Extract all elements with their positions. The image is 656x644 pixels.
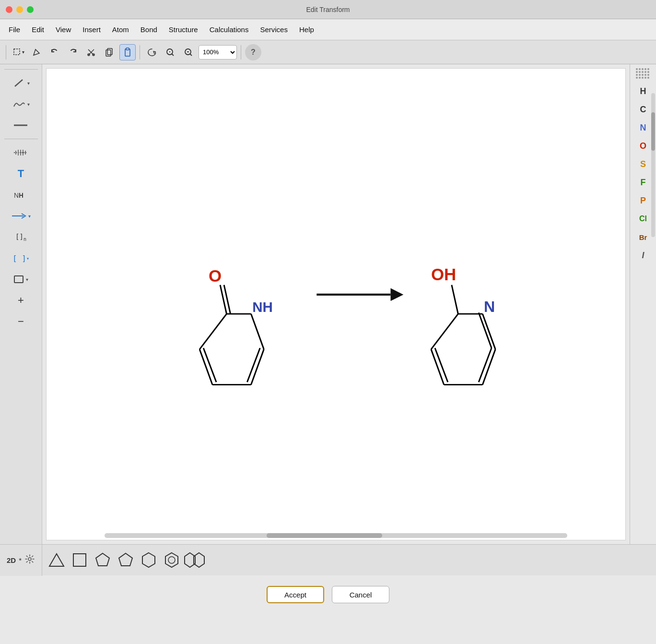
left-toolbar-separator-1 [4,139,38,139]
toolbar-separator-1 [140,45,140,60]
left-drawing-toolbar: ▾ ▾ T [0,64,42,544]
menu-help[interactable]: Help [294,24,319,36]
minimize-button[interactable] [16,6,23,13]
menu-services[interactable]: Services [255,24,293,36]
close-button[interactable] [6,6,12,13]
copy-button[interactable] [101,44,117,60]
svg-line-44 [431,314,458,349]
select-tool-button[interactable]: ▾ [10,44,26,60]
dashed-line-tool-button[interactable] [7,144,35,161]
svg-line-50 [482,314,495,349]
right-element-panel: H C N O S F P Cl Br I [630,64,656,544]
arrow-tool-button[interactable]: ▾ [7,207,35,225]
flat-bracket-tool-button[interactable] [7,117,35,134]
svg-marker-60 [119,553,132,566]
svg-line-16 [15,80,23,86]
double-ring-shape-button[interactable] [184,549,205,571]
pentagon-shape-button[interactable] [115,549,136,571]
erase-tool-button[interactable] [28,44,45,60]
bond-line-tool-button[interactable]: ▾ [7,74,35,92]
lasso-button[interactable] [144,44,160,60]
element-iodine[interactable]: I [633,247,653,264]
menu-view[interactable]: View [51,24,76,36]
atom-map-tool-button[interactable]: N [7,186,35,203]
svg-line-51 [479,312,492,348]
svg-rect-29 [14,276,23,283]
hexagon-shape-button[interactable] [138,549,159,571]
wave-bond-tool-button[interactable]: ▾ [7,95,35,113]
undo-button[interactable] [47,44,63,60]
menu-file[interactable]: File [4,24,25,36]
svg-line-15 [190,54,192,56]
shape-tool-button[interactable]: ▾ [7,271,35,288]
paste-button[interactable] [119,44,136,60]
element-hydrogen[interactable]: H [633,83,653,100]
element-oxygen[interactable]: O [633,137,653,155]
element-nitrogen[interactable]: N [633,119,653,136]
plus-tool-button[interactable]: + [7,292,35,309]
svg-text:NH: NH [252,299,273,315]
window-controls [6,6,34,13]
cancel-button[interactable]: Cancel [332,586,389,603]
svg-text:N: N [484,298,495,315]
shape-toolbar [42,545,656,575]
bottom-status-bar: 2D * [0,545,42,576]
star-label: * [19,556,22,564]
svg-rect-58 [73,554,86,566]
redo-button[interactable] [65,44,81,60]
mode-label: 2D [7,556,16,564]
square-shape-button[interactable] [69,549,90,571]
svg-marker-59 [96,553,109,566]
element-chlorine[interactable]: Cl [633,210,653,227]
window-title: Edit Transform [306,6,350,13]
element-panel-grip [636,68,650,78]
tool-settings-button[interactable] [24,554,35,567]
zoom-selector[interactable]: 50% 75% 100% 150% 200% [199,45,237,60]
element-fluorine[interactable]: F [633,174,653,191]
svg-rect-6 [106,50,111,56]
dialog-buttons-area: Accept Cancel [0,575,656,614]
element-sulfur[interactable]: S [633,155,653,173]
accept-button[interactable]: Accept [267,586,324,603]
menu-structure[interactable]: Structure [164,24,203,36]
svg-text:O: O [209,266,222,285]
svg-point-63 [168,557,175,563]
element-carbon[interactable]: C [633,101,653,118]
svg-marker-57 [49,554,64,566]
help-button[interactable]: ? [245,44,261,60]
minus-tool-button[interactable]: − [7,313,35,330]
menu-bar: File Edit View Insert Atom Bond Structur… [0,19,656,40]
title-bar: Edit Transform [0,0,656,19]
drawing-canvas[interactable]: O NH [46,68,626,540]
menu-atom[interactable]: Atom [107,24,134,36]
toolbar-separator-0 [6,45,6,60]
svg-text:OH: OH [431,265,456,284]
toolbar-separator-2 [241,45,241,60]
element-bromine[interactable]: Br [633,228,653,246]
triangle-shape-button[interactable] [46,549,67,571]
main-toolbar: ▾ [0,40,656,64]
canvas-area[interactable]: O NH [42,64,630,544]
scrollbar-thumb[interactable] [651,112,655,151]
maximize-button[interactable] [27,6,34,13]
svg-line-30 [199,314,226,349]
right-panel-scrollbar[interactable] [651,93,655,237]
text-tool-button[interactable]: T [7,165,35,182]
sgroup-tool-button[interactable]: [ ]▾ [7,250,35,267]
menu-edit[interactable]: Edit [27,24,49,36]
zoom-out-button[interactable] [180,44,197,60]
zoom-in-button[interactable] [162,44,178,60]
menu-insert[interactable]: Insert [78,24,105,36]
svg-rect-5 [107,48,112,55]
cut-button[interactable] [83,44,99,60]
menu-calculations[interactable]: Calculations [205,24,254,36]
menu-bond[interactable]: Bond [136,24,162,36]
benzene-shape-button[interactable] [161,549,182,571]
pentagon-outline-shape-button[interactable] [92,549,113,571]
svg-marker-62 [165,553,178,567]
element-phosphorus[interactable]: P [633,192,653,209]
svg-text:N: N [14,191,19,199]
svg-line-53 [452,285,458,314]
svg-line-12 [172,54,174,56]
polymer-bracket-tool-button[interactable]: []n [7,228,35,246]
